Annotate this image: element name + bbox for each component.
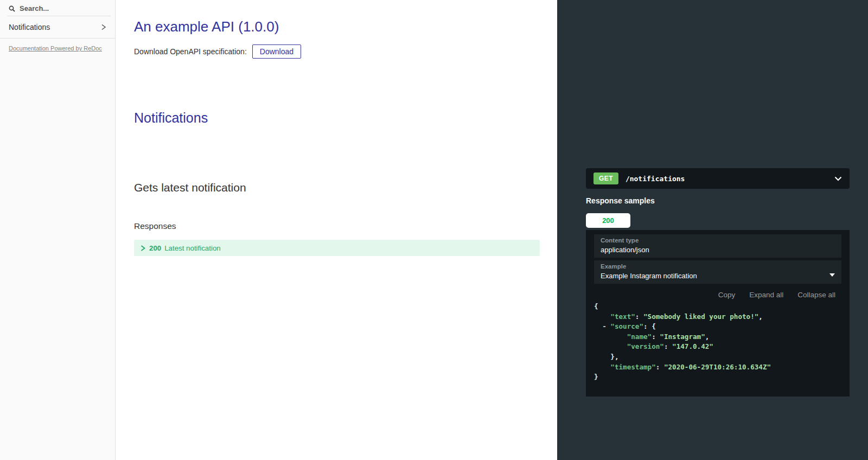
- response-samples-heading: Response samples: [586, 196, 655, 205]
- api-title: An example API (1.0.0): [134, 18, 539, 35]
- download-row: Download OpenAPI specification: Download: [134, 44, 539, 59]
- content-type-label: Content type: [601, 237, 835, 244]
- example-dropdown[interactable]: Example Example Instagram notification: [594, 260, 841, 284]
- right-panel: GET /notifications Response samples 200 …: [557, 0, 868, 460]
- chevron-down-icon: [834, 176, 842, 181]
- sidebar-item-label: Notifications: [9, 23, 50, 31]
- endpoint-dropdown[interactable]: GET /notifications: [586, 168, 850, 189]
- sample-panel: Content type application/json Example Ex…: [586, 230, 850, 397]
- sample-actions: Copy Expand all Collapse all: [586, 291, 835, 299]
- response-code: 200: [149, 244, 161, 252]
- expand-all-button[interactable]: Expand all: [749, 291, 783, 299]
- content-type-dropdown[interactable]: Content type application/json: [594, 234, 841, 258]
- download-label: Download OpenAPI specification:: [134, 47, 247, 56]
- response-row-200[interactable]: 200 Latest notification: [134, 240, 540, 256]
- search-input[interactable]: [20, 4, 101, 12]
- example-value: Example Instagram notification: [601, 272, 835, 280]
- powered-by-redoc-link[interactable]: Documentation Powered by ReDoc: [9, 45, 106, 52]
- collapse-all-button[interactable]: Collapse all: [797, 291, 835, 299]
- operation-title: Gets latest notification: [134, 181, 539, 194]
- download-button[interactable]: Download: [252, 44, 301, 59]
- search-icon: [9, 5, 15, 12]
- chevron-right-icon: [141, 245, 145, 251]
- sidebar-item-notifications[interactable]: Notifications: [0, 16, 115, 38]
- sidebar: Notifications Documentation Powered by R…: [0, 0, 116, 460]
- json-code: { "text": "Somebody liked your photo!", …: [586, 302, 850, 382]
- collapse-toggle[interactable]: -: [602, 322, 607, 330]
- search-bar[interactable]: [0, 0, 115, 12]
- endpoint-path: /notifications: [626, 175, 685, 183]
- main-content: An example API (1.0.0) Download OpenAPI …: [116, 0, 557, 460]
- example-label: Example: [601, 263, 835, 270]
- response-description: Latest notification: [164, 244, 221, 252]
- content-type-value: application/json: [601, 246, 835, 254]
- copy-button[interactable]: Copy: [718, 291, 736, 299]
- sidebar-divider: [0, 38, 115, 39]
- responses-heading: Responses: [134, 221, 539, 231]
- http-method-badge: GET: [593, 173, 618, 184]
- caret-down-icon: [829, 273, 835, 277]
- chevron-right-icon: [101, 24, 106, 30]
- tab-200[interactable]: 200: [586, 213, 630, 228]
- section-title-notifications: Notifications: [134, 110, 539, 126]
